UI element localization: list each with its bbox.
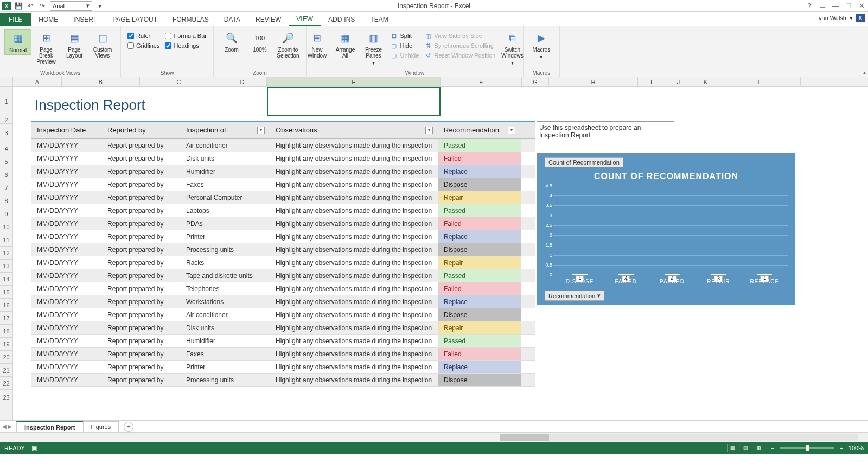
sheet-tab[interactable]: Inspection Report xyxy=(16,421,84,432)
col-header-B[interactable]: B xyxy=(62,77,140,86)
normal-view-button[interactable]: ▦Normal xyxy=(4,29,31,55)
sheet-content[interactable]: Inspection Report Inspection DateReporte… xyxy=(13,87,868,420)
zoom-in-icon[interactable]: + xyxy=(839,445,843,451)
ribbon-options-icon[interactable]: ▭ xyxy=(818,2,827,10)
col-header-H[interactable]: H xyxy=(549,77,638,86)
table-row[interactable]: MM/DD/YYYYReport prepared byTape and dis… xyxy=(31,269,535,282)
tab-add-ins[interactable]: ADD-INS xyxy=(321,13,362,26)
row-header-4[interactable]: 4 xyxy=(0,142,12,155)
row-header-16[interactable]: 16 xyxy=(0,299,12,312)
undo-icon[interactable]: ↶ xyxy=(26,2,35,10)
worksheet-area[interactable]: 1234567891011121314151617181920212223 In… xyxy=(0,87,868,420)
minimize-icon[interactable]: — xyxy=(831,2,840,10)
table-row[interactable]: MM/DD/YYYYReport prepared byHumidifierHi… xyxy=(31,165,535,178)
reset-position-button[interactable]: ↺Reset Window Position xyxy=(423,51,496,60)
tab-home[interactable]: HOME xyxy=(31,13,66,26)
side-by-side-button[interactable]: ◫View Side by Side xyxy=(423,31,496,40)
table-row[interactable]: MM/DD/YYYYReport prepared byPDAsHighligh… xyxy=(31,217,535,230)
zoom-100-button[interactable]: 100100% xyxy=(246,29,273,54)
table-row[interactable]: MM/DD/YYYYReport prepared byPrinterHighl… xyxy=(31,230,535,243)
row-header-18[interactable]: 18 xyxy=(0,325,12,338)
zoom-level[interactable]: 100% xyxy=(848,445,864,451)
add-sheet-button[interactable]: + xyxy=(124,422,133,432)
filter-button[interactable]: ▾ xyxy=(257,127,265,134)
new-window-button[interactable]: ⊞New Window xyxy=(303,29,330,60)
table-row[interactable]: MM/DD/YYYYReport prepared byDisk unitsHi… xyxy=(31,152,535,165)
hide-button[interactable]: ▢Hide xyxy=(389,41,420,50)
freeze-panes-button[interactable]: ▥Freeze Panes▾ xyxy=(360,29,387,67)
page-layout-view-icon[interactable]: ▤ xyxy=(741,444,751,452)
row-header-2[interactable]: 2 xyxy=(0,116,12,124)
page-break-button[interactable]: ⊞Page Break Preview xyxy=(33,29,60,66)
unhide-button[interactable]: ▢Unhide xyxy=(389,51,420,60)
tab-view[interactable]: VIEW xyxy=(289,13,321,26)
tab-page-layout[interactable]: PAGE LAYOUT xyxy=(105,13,165,26)
table-row[interactable]: MM/DD/YYYYReport prepared byTelephonesHi… xyxy=(31,282,535,295)
chart-legend-button[interactable]: Recommendation▾ xyxy=(545,291,604,301)
excel-icon[interactable]: X xyxy=(2,2,11,10)
macros-button[interactable]: ▶Macros▾ xyxy=(528,29,555,61)
row-header-15[interactable]: 15 xyxy=(0,286,12,299)
select-all-corner[interactable] xyxy=(0,77,13,86)
tab-review[interactable]: REVIEW xyxy=(248,13,289,26)
zoom-out-icon[interactable]: − xyxy=(771,445,774,451)
table-row[interactable]: MM/DD/YYYYReport prepared byPersonal Com… xyxy=(31,191,535,204)
col-header-D[interactable]: D xyxy=(218,77,267,86)
col-header-C[interactable]: C xyxy=(140,77,218,86)
split-button[interactable]: ⊟Split xyxy=(389,31,420,40)
table-row[interactable]: MM/DD/YYYYReport prepared byProcessing u… xyxy=(31,243,535,256)
row-header-3[interactable]: 3 xyxy=(0,124,12,142)
column-headers[interactable]: ABCDEFGHIJKL xyxy=(0,77,868,87)
row-header-1[interactable]: 1 xyxy=(0,87,12,116)
page-layout-button[interactable]: ▤Page Layout xyxy=(61,29,88,60)
close-icon[interactable]: ✕ xyxy=(857,2,866,10)
row-header-13[interactable]: 13 xyxy=(0,260,12,273)
maximize-icon[interactable]: ☐ xyxy=(844,2,853,10)
row-headers[interactable]: 1234567891011121314151617181920212223 xyxy=(0,87,13,420)
arrange-all-button[interactable]: ▦Arrange All xyxy=(331,29,359,60)
table-row[interactable]: MM/DD/YYYYReport prepared byRacksHighlig… xyxy=(31,256,535,269)
help-icon[interactable]: ? xyxy=(805,2,814,10)
file-tab[interactable]: FILE xyxy=(0,13,31,26)
sync-scroll-button[interactable]: ⇅Synchronous Scrolling xyxy=(423,41,496,50)
row-header-23[interactable]: 23 xyxy=(0,390,12,405)
tab-formulas[interactable]: FORMULAS xyxy=(165,13,216,26)
redo-icon[interactable]: ↷ xyxy=(38,2,47,10)
table-row[interactable]: MM/DD/YYYYReport prepared byAir conditio… xyxy=(31,308,535,321)
table-row[interactable]: MM/DD/YYYYReport prepared byProcessing u… xyxy=(31,374,535,387)
table-row[interactable]: MM/DD/YYYYReport prepared byAir conditio… xyxy=(31,139,535,152)
row-header-12[interactable]: 12 xyxy=(0,247,12,260)
zoom-selection-button[interactable]: 🔎Zoom to Selection xyxy=(275,29,302,60)
formula-bar-checkbox[interactable]: Formula Bar xyxy=(165,33,207,39)
user-area[interactable]: Ivan Walsh▾ K xyxy=(817,14,865,22)
horizontal-scrollbar[interactable] xyxy=(0,432,868,442)
row-header-22[interactable]: 22 xyxy=(0,377,12,390)
col-header-G[interactable]: G xyxy=(522,77,549,86)
row-header-17[interactable]: 17 xyxy=(0,312,12,325)
tab-team[interactable]: TEAM xyxy=(362,13,395,26)
filter-button[interactable]: ▾ xyxy=(425,127,433,134)
collapse-ribbon-icon[interactable]: ▲ xyxy=(862,70,867,75)
col-header-J[interactable]: J xyxy=(665,77,692,86)
tab-insert[interactable]: INSERT xyxy=(66,13,105,26)
table-row[interactable]: MM/DD/YYYYReport prepared byPrinterHighl… xyxy=(31,361,535,374)
row-header-14[interactable]: 14 xyxy=(0,273,12,286)
table-row[interactable]: MM/DD/YYYYReport prepared byDisk unitsHi… xyxy=(31,321,535,335)
recommendation-chart[interactable]: Count of Recommendation COUNT OF RECOMME… xyxy=(537,153,795,305)
row-header-9[interactable]: 9 xyxy=(0,207,12,220)
gridlines-checkbox[interactable]: Gridlines xyxy=(127,42,159,49)
row-header-7[interactable]: 7 xyxy=(0,181,12,194)
sheet-tab[interactable]: Figures xyxy=(83,421,119,432)
col-header-F[interactable]: F xyxy=(441,77,522,86)
custom-views-button[interactable]: ◫Custom Views xyxy=(89,29,116,60)
table-row[interactable]: MM/DD/YYYYReport prepared byLaptopsHighl… xyxy=(31,204,535,217)
chart-field-button[interactable]: Count of Recommendation xyxy=(545,157,623,167)
filter-button[interactable]: ▾ xyxy=(508,127,515,134)
ruler-checkbox[interactable]: Ruler xyxy=(127,33,159,39)
tab-data[interactable]: DATA xyxy=(216,13,248,26)
headings-checkbox[interactable]: Headings xyxy=(165,42,207,49)
macro-record-icon[interactable]: ▣ xyxy=(31,445,37,452)
table-row[interactable]: MM/DD/YYYYReport prepared byFaxesHighlig… xyxy=(31,348,535,361)
zoom-slider[interactable] xyxy=(780,447,834,449)
col-header-A[interactable]: A xyxy=(13,77,62,86)
